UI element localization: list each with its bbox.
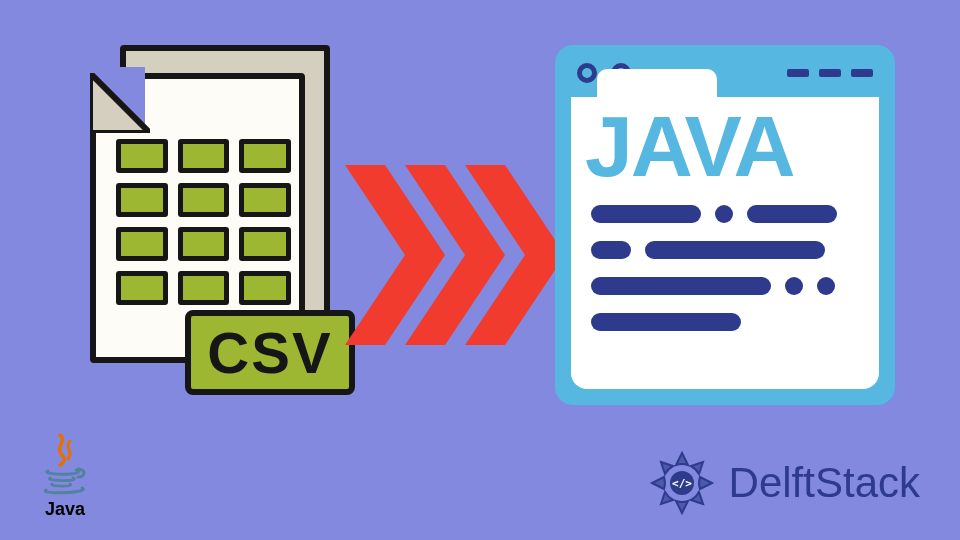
- delftstack-emblem-icon: </> </>: [647, 448, 717, 518]
- csv-cell: [239, 227, 291, 261]
- csv-cell: [116, 183, 168, 217]
- delftstack-label: DelftStack: [729, 459, 920, 507]
- window-dash: [819, 69, 841, 77]
- window-titlebar-dashes: [787, 69, 873, 77]
- csv-cell: [239, 139, 291, 173]
- csv-cell: [116, 271, 168, 305]
- code-segment: [591, 313, 741, 331]
- window-control-circle: [577, 63, 597, 83]
- chevron-arrows-icon: [345, 165, 565, 345]
- csv-page-fold: [90, 73, 150, 133]
- code-segment: [747, 205, 837, 223]
- delftstack-logo: </> </> DelftS: [647, 448, 920, 518]
- csv-cell: [178, 139, 230, 173]
- code-dot: [715, 205, 733, 223]
- csv-cell: [178, 183, 230, 217]
- window-dash: [851, 69, 873, 77]
- csv-cell: [116, 139, 168, 173]
- java-code-window: JAVA: [555, 45, 895, 405]
- svg-text:</>: </>: [672, 477, 692, 490]
- code-row: [591, 241, 859, 259]
- diagram-canvas: CSV JAVA: [0, 0, 960, 540]
- csv-cell: [178, 227, 230, 261]
- csv-badge: CSV: [185, 310, 355, 395]
- java-logo: Java: [30, 433, 100, 520]
- arrows-group: [345, 165, 565, 345]
- window-tab: [597, 69, 717, 97]
- code-segment: [591, 241, 631, 259]
- window-body: JAVA: [571, 97, 879, 389]
- csv-badge-label: CSV: [207, 319, 332, 386]
- java-word: JAVA: [585, 103, 794, 189]
- code-lines: [591, 205, 859, 331]
- svg-marker-0: [90, 73, 150, 133]
- code-segment: [591, 277, 771, 295]
- code-row: [591, 277, 859, 295]
- csv-cell: [239, 271, 291, 305]
- window-dash: [787, 69, 809, 77]
- csv-cell: [239, 183, 291, 217]
- csv-file-illustration: CSV: [90, 45, 360, 405]
- csv-cell: [178, 271, 230, 305]
- code-segment: [591, 205, 701, 223]
- code-row: [591, 205, 859, 223]
- code-row: [591, 313, 859, 331]
- code-dot: [817, 277, 835, 295]
- code-segment: [645, 241, 825, 259]
- csv-grid: [116, 139, 291, 305]
- csv-cell: [116, 227, 168, 261]
- code-dot: [785, 277, 803, 295]
- java-logo-label: Java: [30, 499, 100, 520]
- java-cup-icon: [40, 433, 90, 495]
